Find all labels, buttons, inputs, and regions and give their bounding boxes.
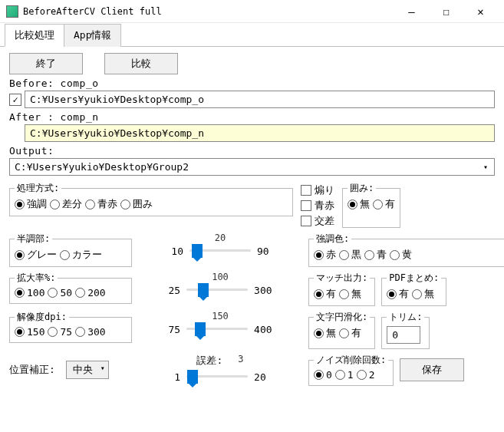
- radio-icon: [15, 250, 25, 260]
- halftone-radio-label: カラー: [72, 248, 102, 262]
- position-select-value: 中央: [73, 364, 93, 375]
- noise-radio-label: 1: [348, 369, 354, 381]
- trim-legend: トリム:: [387, 311, 424, 324]
- noise-radio-label: 2: [369, 369, 375, 381]
- zoom-radio-2[interactable]: 200: [75, 287, 105, 298]
- tab-appinfo[interactable]: App情報: [64, 24, 121, 47]
- flag-check-label: 青赤: [315, 199, 334, 213]
- noise-radio-2[interactable]: 2: [357, 369, 375, 381]
- before-path-input[interactable]: C:¥Users¥yukio¥Desktop¥comp_o: [25, 91, 495, 108]
- quit-button[interactable]: 終了: [9, 53, 83, 74]
- halftone-group: 半調部: グレーカラー: [9, 232, 132, 267]
- app-icon: [6, 5, 18, 18]
- proc-radio-label: 青赤: [97, 197, 117, 211]
- err-slider[interactable]: [186, 368, 248, 386]
- smooth-radio-label: 無: [326, 326, 336, 340]
- compare-button[interactable]: 比較: [104, 53, 178, 74]
- radio-icon: [48, 327, 58, 337]
- flag-check-0[interactable]: 煽り: [301, 183, 334, 197]
- dpi-radio-1[interactable]: 75: [48, 326, 72, 338]
- maximize-button[interactable]: ☐: [429, 1, 463, 22]
- radio-icon: [120, 200, 130, 209]
- pdf-radio-1[interactable]: 無: [412, 287, 434, 301]
- minimize-button[interactable]: —: [394, 1, 429, 22]
- radio-icon: [412, 289, 422, 299]
- dpi-radio-0[interactable]: 150: [15, 326, 44, 338]
- proc-radio-2[interactable]: 青赤: [85, 197, 117, 211]
- flag-check-label: 煽り: [315, 183, 334, 197]
- after-path-input[interactable]: C:¥Users¥yukio¥Desktop¥comp_n: [25, 124, 495, 142]
- enclose-radio-label: 有: [385, 197, 395, 211]
- output-path-combobox[interactable]: C:¥Users¥yukio¥Desktop¥Group2 ▾: [9, 158, 495, 176]
- flag-check-1[interactable]: 青赤: [301, 199, 334, 213]
- match-group: マッチ出力: 有無: [308, 272, 375, 306]
- halftone-slider-max: 90: [257, 246, 269, 257]
- zoom-slider[interactable]: [186, 281, 248, 299]
- smooth-radio-1[interactable]: 有: [339, 326, 361, 340]
- proc-radio-0[interactable]: 強調: [15, 197, 47, 211]
- zoom-radio-0[interactable]: 100: [15, 287, 44, 298]
- enclose-radio-1[interactable]: 有: [373, 197, 395, 211]
- enclose-radio-0[interactable]: 無: [348, 197, 370, 211]
- proc-radio-3[interactable]: 囲み: [120, 197, 153, 211]
- chevron-down-icon[interactable]: ▾: [479, 160, 492, 173]
- noise-group: ノイズ削除回数: 012: [308, 354, 394, 386]
- save-button[interactable]: 保存: [400, 358, 464, 381]
- flag-check-2[interactable]: 交差: [301, 214, 334, 228]
- radio-icon: [339, 289, 349, 299]
- accent-radio-2[interactable]: 青: [364, 248, 387, 262]
- radio-icon: [314, 289, 324, 299]
- flag-checklist: 煽り青赤交差: [301, 183, 334, 228]
- position-select[interactable]: 中央 ▾: [66, 361, 109, 379]
- dpi-slider[interactable]: [186, 320, 248, 338]
- radio-icon: [314, 328, 324, 338]
- accent-radio-label: 青: [377, 248, 387, 262]
- output-path-value: C:¥Users¥yukio¥Desktop¥Group2: [15, 161, 189, 173]
- accent-radio-0[interactable]: 赤: [314, 248, 336, 262]
- before-checkbox[interactable]: ✓: [9, 94, 21, 106]
- enclose-radio-label: 無: [360, 197, 370, 211]
- dpi-legend: 解像度dpi:: [15, 311, 69, 324]
- radio-icon: [373, 200, 383, 209]
- halftone-radio-1[interactable]: カラー: [60, 248, 102, 262]
- close-button[interactable]: ✕: [463, 1, 498, 22]
- before-label: Before: comp_o: [9, 77, 495, 89]
- proc-group: 処理方式: 強調差分青赤囲み: [9, 182, 293, 216]
- radio-icon: [348, 200, 357, 209]
- radio-icon: [50, 200, 60, 209]
- smooth-radio-0[interactable]: 無: [314, 326, 336, 340]
- proc-legend: 処理方式:: [15, 182, 61, 195]
- accent-radio-3[interactable]: 黄: [390, 248, 412, 262]
- noise-radio-label: 0: [326, 369, 332, 381]
- match-radio-1[interactable]: 無: [339, 287, 361, 301]
- radio-icon: [75, 288, 85, 298]
- accent-radio-1[interactable]: 黒: [339, 248, 361, 262]
- chevron-down-icon[interactable]: ▾: [100, 364, 105, 372]
- noise-legend: ノイズ削除回数:: [314, 354, 388, 367]
- radio-icon: [48, 288, 58, 298]
- noise-radio-1[interactable]: 1: [335, 369, 354, 381]
- tabbar: 比較処理 App情報: [0, 23, 504, 47]
- match-radio-0[interactable]: 有: [314, 287, 336, 301]
- zoom-radio-1[interactable]: 50: [48, 287, 72, 298]
- halftone-slider-min: 10: [171, 246, 183, 257]
- pdf-radio-0[interactable]: 有: [387, 287, 409, 301]
- zoom-group: 拡大率%: 10050200: [9, 272, 132, 304]
- trim-input[interactable]: 0: [387, 326, 420, 344]
- tab-compare[interactable]: 比較処理: [5, 24, 64, 47]
- zoom-radio-label: 200: [87, 287, 105, 298]
- radio-icon: [357, 370, 367, 380]
- smooth-group: 文字円滑化: 無有: [308, 311, 375, 349]
- accent-legend: 強調色:: [314, 232, 351, 246]
- dpi-radio-2[interactable]: 300: [75, 326, 105, 338]
- halftone-slider[interactable]: [189, 242, 251, 260]
- pdf-legend: PDFまとめ:: [387, 272, 441, 285]
- dpi-group: 解像度dpi: 15075300: [9, 311, 132, 343]
- output-label: Output:: [9, 145, 495, 157]
- proc-radio-1[interactable]: 差分: [50, 197, 82, 211]
- flag-check-label: 交差: [315, 214, 334, 228]
- radio-icon: [390, 250, 400, 260]
- noise-radio-0[interactable]: 0: [314, 369, 332, 381]
- radio-icon: [387, 289, 397, 299]
- halftone-radio-0[interactable]: グレー: [15, 248, 57, 262]
